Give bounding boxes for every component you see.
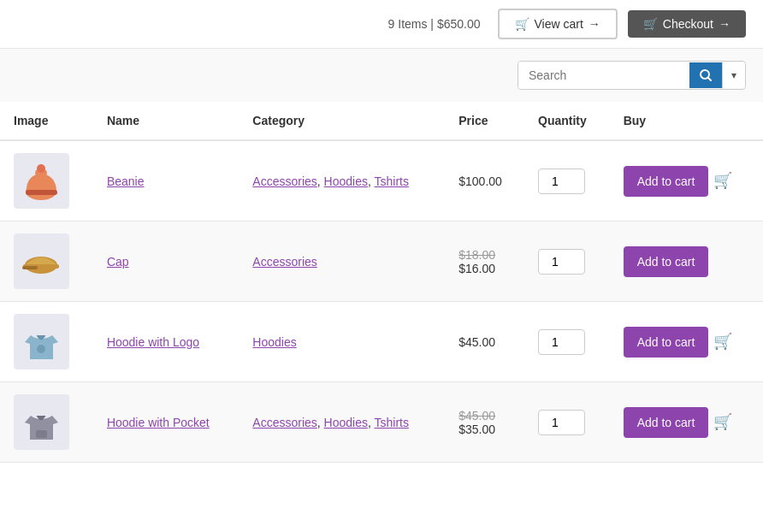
quantity-input[interactable] [538, 410, 585, 435]
search-button[interactable] [689, 62, 722, 88]
table-header: Image Name Category Price Quantity Buy [0, 102, 763, 140]
col-category: Category [239, 102, 445, 140]
price-original: $45.00 [458, 409, 511, 423]
checkout-icon: 🛒 [643, 17, 658, 31]
product-image-cell [0, 140, 93, 222]
cart-inline-icon: 🛒 [713, 172, 732, 189]
product-buy-cell: Add to cart🛒 [610, 382, 763, 463]
product-category-cell: Accessories, Hoodies, Tshirts [239, 140, 445, 222]
search-input[interactable] [518, 62, 689, 89]
cart-icon: 🛒 [515, 17, 529, 31]
table-row: Hoodie with LogoHoodies$45.00Add to cart… [0, 302, 763, 382]
product-buy-cell: Add to cart [610, 222, 763, 302]
svg-rect-8 [22, 266, 38, 269]
svg-rect-3 [26, 190, 57, 195]
product-name-link[interactable]: Hoodie with Pocket [107, 416, 210, 429]
product-table: Image Name Category Price Quantity Buy B… [0, 102, 763, 463]
price-current: $35.00 [458, 423, 511, 436]
col-quantity: Quantity [524, 102, 610, 140]
table-body: BeanieAccessories, Hoodies, Tshirts$100.… [0, 140, 763, 463]
product-quantity-cell [524, 222, 610, 302]
product-image-cell [0, 302, 93, 382]
product-price-cell: $45.00 [445, 302, 524, 382]
product-buy-cell: Add to cart🛒 [610, 302, 763, 382]
svg-line-1 [708, 78, 712, 81]
col-price: Price [445, 102, 524, 140]
items-count: 9 Items | $650.00 [388, 17, 481, 31]
product-quantity-cell [524, 302, 610, 382]
category-link[interactable]: Accessories [252, 416, 316, 429]
add-to-cart-button[interactable]: Add to cart [624, 407, 709, 438]
add-to-cart-button[interactable]: Add to cart [624, 327, 709, 358]
product-name-cell: Cap [93, 222, 239, 302]
category-link[interactable]: Accessories [252, 174, 316, 188]
product-name-cell: Hoodie with Logo [93, 302, 239, 382]
col-image: Image [0, 102, 93, 140]
add-to-cart-button[interactable]: Add to cart [624, 246, 709, 277]
svg-point-5 [37, 164, 45, 173]
search-wrapper: ▾ [518, 61, 746, 90]
table-row: CapAccessories$18.00$16.00Add to cart [0, 222, 763, 302]
table-row: Hoodie with PocketAccessories, Hoodies, … [0, 382, 763, 463]
cart-inline-icon: 🛒 [713, 333, 732, 350]
svg-rect-10 [36, 430, 47, 438]
product-category-cell: Accessories [239, 222, 445, 302]
category-link[interactable]: Accessories [252, 255, 316, 269]
product-quantity-cell [524, 382, 610, 463]
search-dropdown-button[interactable]: ▾ [722, 62, 745, 88]
product-image [14, 233, 69, 289]
search-icon [700, 69, 712, 81]
add-to-cart-button[interactable]: Add to cart [624, 166, 709, 197]
category-link[interactable]: Hoodies [252, 335, 296, 349]
price-current: $16.00 [458, 262, 511, 275]
top-bar: 9 Items | $650.00 🛒 View cart → 🛒 Checko… [0, 0, 763, 49]
product-price-cell: $18.00$16.00 [445, 222, 524, 302]
header-row: Image Name Category Price Quantity Buy [0, 102, 763, 140]
price-current: $45.00 [458, 335, 511, 349]
category-link[interactable]: Hoodies [324, 416, 368, 429]
product-category-cell: Hoodies [239, 302, 445, 382]
product-price-cell: $45.00$35.00 [445, 382, 524, 463]
col-name: Name [93, 102, 239, 140]
product-category-cell: Accessories, Hoodies, Tshirts [239, 382, 445, 463]
view-cart-button[interactable]: 🛒 View cart → [498, 9, 618, 39]
category-link[interactable]: Tshirts [375, 174, 409, 188]
product-name-link[interactable]: Hoodie with Logo [107, 335, 199, 349]
product-name-link[interactable]: Cap [107, 255, 129, 269]
svg-point-9 [37, 345, 45, 353]
category-link[interactable]: Hoodies [324, 174, 368, 188]
col-buy: Buy [610, 102, 763, 140]
product-quantity-cell [524, 140, 610, 222]
product-image-cell [0, 382, 93, 463]
product-image [14, 153, 69, 209]
cart-inline-icon: 🛒 [713, 413, 732, 430]
product-image [14, 314, 69, 369]
price-original: $18.00 [458, 248, 511, 262]
search-bar-row: ▾ [0, 49, 763, 102]
product-price-cell: $100.00 [445, 140, 524, 222]
quantity-input[interactable] [538, 249, 585, 275]
category-link[interactable]: Tshirts [375, 416, 409, 429]
price-current: $100.00 [458, 174, 511, 188]
chevron-down-icon: ▾ [731, 69, 736, 81]
table-row: BeanieAccessories, Hoodies, Tshirts$100.… [0, 140, 763, 222]
product-name-cell: Beanie [93, 140, 239, 222]
product-buy-cell: Add to cart🛒 [610, 140, 763, 222]
product-image [14, 394, 69, 450]
product-name-link[interactable]: Beanie [107, 174, 145, 188]
checkout-button[interactable]: 🛒 Checkout → [628, 10, 746, 38]
product-name-cell: Hoodie with Pocket [93, 382, 239, 463]
quantity-input[interactable] [538, 168, 585, 194]
quantity-input[interactable] [538, 329, 585, 355]
product-image-cell [0, 222, 93, 302]
